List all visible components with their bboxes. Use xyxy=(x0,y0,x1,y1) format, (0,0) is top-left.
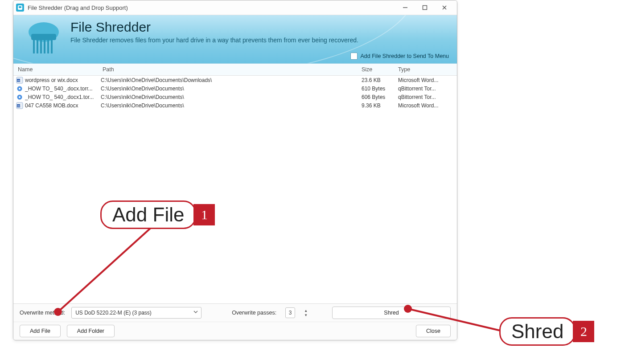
file-type: qBittorrent Tor... xyxy=(398,94,457,100)
shredder-icon xyxy=(23,20,64,56)
banner-subheading: File Shredder removes files from your ha… xyxy=(70,37,358,44)
file-list[interactable]: Wwordpress or wix.docxC:\Users\nik\OneDr… xyxy=(13,76,457,110)
word-doc-icon: W xyxy=(16,77,23,84)
sendto-checkbox[interactable] xyxy=(350,53,358,60)
header-banner: File Shredder File Shredder removes file… xyxy=(13,15,457,64)
file-size: 606 Bytes xyxy=(362,94,398,100)
table-row[interactable]: W047 CA558 MOB.docxC:\Users\nik\OneDrive… xyxy=(13,101,457,110)
list-header: Name Path Size Type xyxy=(13,64,457,76)
chevron-down-icon xyxy=(193,309,198,316)
spinner-up-icon[interactable]: ▲ xyxy=(303,308,308,313)
svg-line-24 xyxy=(58,227,152,312)
file-name: wordpress or wix.docx xyxy=(25,77,101,83)
titlebar: File Shredder (Drag and Drop Support) xyxy=(13,0,457,15)
torrent-icon xyxy=(16,94,23,101)
annotation-connector-1 xyxy=(45,223,160,325)
minimize-button[interactable] xyxy=(395,0,415,15)
banner-heading: File Shredder xyxy=(70,20,358,35)
add-folder-button[interactable]: Add Folder xyxy=(67,325,115,337)
file-path: C:\Users\nik\OneDrive\Documents\Download… xyxy=(101,77,362,83)
svg-rect-3 xyxy=(423,6,427,10)
svg-rect-7 xyxy=(31,34,56,40)
maximize-button[interactable] xyxy=(415,0,435,15)
col-name[interactable]: Name xyxy=(13,66,103,73)
col-path[interactable]: Path xyxy=(103,66,362,73)
file-path: C:\Users\nik\OneDrive\Documents\ xyxy=(101,94,362,100)
spinner-down-icon[interactable]: ▼ xyxy=(303,313,308,317)
file-type: Microsoft Word... xyxy=(398,102,457,109)
svg-point-18 xyxy=(19,88,21,90)
torrent-icon xyxy=(16,85,23,92)
svg-point-27 xyxy=(404,305,412,313)
svg-text:W: W xyxy=(17,79,20,82)
col-size[interactable]: Size xyxy=(362,66,398,73)
annotation-callout-2: Shred 2 xyxy=(499,317,594,346)
word-doc-icon: W xyxy=(16,102,23,109)
file-type: qBittorrent Tor... xyxy=(398,86,457,92)
file-name: 047 CA558 MOB.docx xyxy=(25,102,101,109)
file-path: C:\Users\nik\OneDrive\Documents\ xyxy=(101,86,362,92)
table-row[interactable]: _HOW TO_ 540_.docx1.tor...C:\Users\nik\O… xyxy=(13,93,457,101)
file-size: 9.36 KB xyxy=(362,102,398,109)
table-row[interactable]: _HOW TO_ 540_.docx.torr...C:\Users\nik\O… xyxy=(13,84,457,93)
file-size: 23.6 KB xyxy=(362,77,398,83)
table-row[interactable]: Wwordpress or wix.docxC:\Users\nik\OneDr… xyxy=(13,76,457,84)
annotation-1-number: 1 xyxy=(193,204,215,225)
file-type: Microsoft Word... xyxy=(398,77,457,83)
file-name: _HOW TO_ 540_.docx.torr... xyxy=(25,86,101,92)
annotation-2-number: 2 xyxy=(573,321,594,342)
add-file-button[interactable]: Add File xyxy=(20,325,61,337)
overwrite-passes-input[interactable]: 3 xyxy=(285,307,295,318)
annotation-callout-1: Add File 1 xyxy=(100,200,215,229)
passes-spinner-buttons[interactable]: ▲ ▼ xyxy=(303,308,308,317)
window-title: File Shredder (Drag and Drop Support) xyxy=(28,4,395,11)
svg-line-26 xyxy=(408,309,506,332)
file-path: C:\Users\nik\OneDrive\Documents\ xyxy=(101,102,362,109)
overwrite-passes-label: Overwrite passes: xyxy=(232,310,276,316)
svg-rect-1 xyxy=(19,6,21,8)
annotation-2-text: Shred xyxy=(499,317,575,346)
svg-text:W: W xyxy=(17,105,20,107)
annotation-1-text: Add File xyxy=(100,200,196,229)
svg-point-25 xyxy=(54,308,62,316)
app-icon xyxy=(16,4,24,12)
close-button[interactable] xyxy=(435,0,454,15)
sendto-checkbox-row[interactable]: Add File Shredder to Send To Menu xyxy=(350,53,449,60)
file-name: _HOW TO_ 540_.docx1.tor... xyxy=(25,94,101,100)
col-type[interactable]: Type xyxy=(398,66,457,73)
sendto-label: Add File Shredder to Send To Menu xyxy=(360,53,449,59)
file-size: 610 Bytes xyxy=(362,86,398,92)
svg-point-20 xyxy=(19,96,21,98)
